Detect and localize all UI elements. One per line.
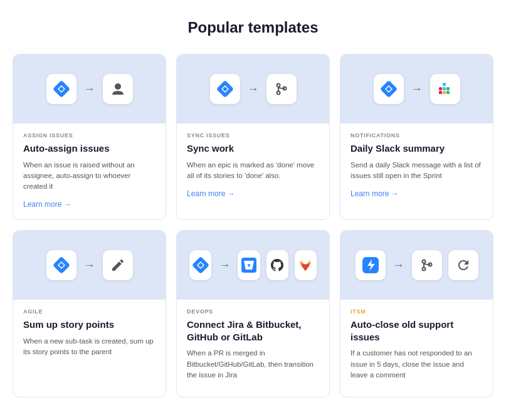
card-title: Daily Slack summary xyxy=(351,142,483,155)
person-icon xyxy=(110,81,126,97)
card-auto-close: → ITSM Auto-close old support issu xyxy=(340,230,493,397)
card-category: ITSM xyxy=(351,308,483,315)
arrow-icon: → xyxy=(248,83,259,96)
card-sync-work: → SYNC ISSUES Sync work When an epic is … xyxy=(176,54,330,220)
branch2-icon xyxy=(419,257,435,273)
jira-diamond-icon xyxy=(53,80,70,98)
card-title: Connect Jira & Bitbucket, GitHub or GitL… xyxy=(187,318,319,343)
card-header: → xyxy=(340,231,493,300)
card-header: → xyxy=(340,55,493,123)
arrow-icon: → xyxy=(411,83,423,96)
github-icon-box xyxy=(266,250,288,280)
jira-icon-box xyxy=(374,74,404,104)
jira-diamond-icon xyxy=(216,80,234,98)
card-description: If a customer has not responded to an is… xyxy=(351,348,483,381)
slack-icon xyxy=(437,81,453,97)
card-category: DEVOPS xyxy=(187,308,319,315)
branch2-icon-box xyxy=(412,250,442,280)
templates-grid: → ASSIGN ISSUES Auto-assign issues When … xyxy=(13,54,493,397)
refresh-icon-box xyxy=(448,250,478,280)
card-header: → xyxy=(13,231,166,300)
card-description: When a PR is merged in Bitbucket/GitHub/… xyxy=(187,348,319,381)
svg-point-7 xyxy=(277,84,280,87)
jira-icon-box xyxy=(46,74,76,104)
learn-more-link[interactable]: Learn more → xyxy=(23,200,71,209)
svg-rect-18 xyxy=(446,87,450,90)
jira-diamond-icon xyxy=(192,256,209,274)
card-title: Auto-assign issues xyxy=(23,142,155,155)
jira-icon-box xyxy=(210,74,240,104)
svg-rect-20 xyxy=(443,91,446,94)
jira-diamond-icon xyxy=(53,256,70,274)
card-description: When an issue is raised without an assig… xyxy=(23,160,155,192)
card-header: → xyxy=(13,55,166,123)
bolt-icon-box xyxy=(356,250,386,280)
svg-rect-15 xyxy=(439,91,442,94)
svg-point-8 xyxy=(277,92,280,95)
card-daily-slack: → NOTIFICATIONS Daily Slack summary Send… xyxy=(340,54,493,220)
jira-icon-box xyxy=(189,250,211,280)
learn-more-link[interactable]: Learn more → xyxy=(187,189,235,198)
card-description: When a new sub-task is created, sum up i… xyxy=(23,336,155,358)
arrow-icon: → xyxy=(219,259,230,272)
card-body: NOTIFICATIONS Daily Slack summary Send a… xyxy=(340,123,493,209)
arrow-icon: → xyxy=(393,259,404,272)
svg-rect-27 xyxy=(241,258,256,273)
card-auto-assign: → ASSIGN ISSUES Auto-assign issues When … xyxy=(13,54,166,220)
card-body: DEVOPS Connect Jira & Bitbucket, GitHub … xyxy=(177,300,329,397)
gitlab-icon-box xyxy=(295,250,317,280)
card-sum-story: → AGILE Sum up story points When a new s… xyxy=(13,230,166,397)
card-category: AGILE xyxy=(23,308,155,315)
svg-point-3 xyxy=(115,83,121,90)
svg-rect-14 xyxy=(439,87,442,90)
arrow-icon: → xyxy=(84,83,95,96)
page-title: Popular templates xyxy=(13,19,493,36)
person-icon-box xyxy=(103,74,133,104)
card-header: → xyxy=(177,231,329,300)
arrow-icon: → xyxy=(84,259,95,272)
svg-point-30 xyxy=(422,268,425,271)
branch-icon xyxy=(273,81,290,97)
learn-more-link[interactable]: Learn more → xyxy=(351,189,399,198)
gitlab-icon xyxy=(298,258,313,273)
card-category: NOTIFICATIONS xyxy=(351,132,483,139)
card-description: When an epic is marked as 'done' move al… xyxy=(187,160,319,182)
svg-rect-19 xyxy=(446,91,450,94)
pen-icon-box xyxy=(103,250,133,280)
card-body: ITSM Auto-close old support issues If a … xyxy=(340,300,493,397)
bolt-icon xyxy=(362,257,379,273)
card-header: → xyxy=(177,55,329,123)
card-description: Send a daily Slack message with a list o… xyxy=(351,160,483,182)
card-body: AGILE Sum up story points When a new sub… xyxy=(13,300,166,374)
card-body: SYNC ISSUES Sync work When an epic is ma… xyxy=(177,123,329,209)
refresh-icon xyxy=(456,258,471,273)
pen-icon xyxy=(110,258,125,273)
card-title: Sync work xyxy=(187,142,319,155)
card-connect-jira: → xyxy=(176,230,330,397)
svg-rect-16 xyxy=(443,83,446,86)
slack-icon-box xyxy=(430,74,460,104)
card-category: SYNC ISSUES xyxy=(187,132,319,139)
card-category: ASSIGN ISSUES xyxy=(23,132,155,139)
svg-rect-17 xyxy=(443,87,446,90)
branch-icon-box xyxy=(266,74,297,104)
jira-icon-box xyxy=(46,250,76,280)
svg-point-29 xyxy=(422,260,425,263)
bitbucket-icon xyxy=(241,258,256,273)
card-title: Sum up story points xyxy=(23,318,155,331)
card-title: Auto-close old support issues xyxy=(351,318,483,343)
card-body: ASSIGN ISSUES Auto-assign issues When an… xyxy=(13,123,166,219)
github-icon xyxy=(270,258,285,273)
jira-diamond-icon xyxy=(380,80,398,98)
bitbucket-icon-box xyxy=(238,250,260,280)
